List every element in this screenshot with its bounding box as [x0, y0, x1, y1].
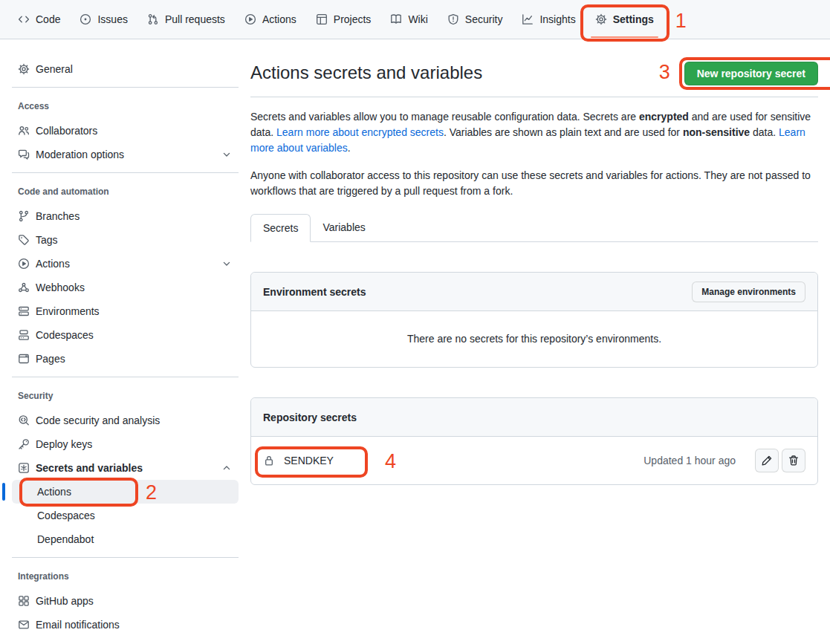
key-icon: [18, 438, 30, 450]
tab-insights[interactable]: Insights: [516, 7, 581, 31]
sidebar-item-code-security[interactable]: Code security and analysis: [12, 409, 239, 432]
sidebar-item-label: Deploy keys: [36, 438, 92, 450]
trash-icon: [788, 455, 800, 466]
divider: [12, 87, 239, 88]
comment-discussion-icon: [18, 149, 30, 160]
tab-security[interactable]: Security: [441, 7, 509, 31]
annotation-label-2: 2: [146, 481, 157, 504]
sidebar-subitem-codespaces[interactable]: Codespaces: [12, 504, 239, 527]
shield-icon: [447, 13, 459, 25]
tab-actions[interactable]: Actions: [239, 7, 302, 31]
repo-tab-nav: Code Issues Pull requests Actions Projec…: [0, 0, 830, 39]
tab-wiki[interactable]: Wiki: [384, 7, 433, 31]
sidebar-subitem-label: Actions: [37, 486, 71, 498]
intro-bold-encrypted: encrypted: [639, 111, 689, 123]
sidebar-item-label: Code security and analysis: [36, 414, 160, 426]
sidebar-item-tags[interactable]: Tags: [12, 228, 239, 252]
secrets-variables-tabs: Secrets Variables: [250, 214, 818, 242]
apps-icon: [18, 595, 30, 607]
book-icon: [390, 13, 402, 25]
tab-settings[interactable]: Settings 1: [589, 7, 660, 31]
environment-secrets-header: Environment secrets Manage environments: [251, 273, 817, 311]
divider: [12, 557, 239, 558]
sidebar-item-general[interactable]: General: [12, 57, 239, 81]
sidebar-section-code-and-automation: Code and automation: [12, 179, 239, 204]
people-icon: [18, 125, 30, 137]
git-pull-request-icon: [147, 13, 159, 25]
issue-opened-icon: [80, 13, 91, 25]
secret-updated-time: Updated 1 hour ago: [643, 455, 736, 466]
sidebar-item-codespaces[interactable]: Codespaces: [12, 323, 239, 347]
gear-icon: [595, 13, 607, 25]
sidebar-subitem-actions[interactable]: Actions 2: [12, 480, 239, 504]
intro-text: Secrets and variables allow you to manag…: [250, 111, 639, 123]
annotation-label-3: 3: [659, 60, 670, 84]
sidebar-item-webhooks[interactable]: Webhooks: [12, 276, 239, 299]
sidebar-section-security: Security: [12, 383, 239, 409]
sidebar-item-label: GitHub apps: [36, 595, 94, 607]
annotation-label-4: 4: [385, 449, 396, 473]
sidebar-subitem-dependabot[interactable]: Dependabot: [12, 527, 239, 551]
sidebar-item-deploy-keys[interactable]: Deploy keys: [12, 432, 239, 456]
tab-code[interactable]: Code: [12, 7, 66, 31]
secret-name-group: SENDKEY 4: [263, 455, 334, 466]
tab-projects[interactable]: Projects: [310, 7, 377, 31]
link-encrypted-secrets[interactable]: Learn more about encrypted secrets: [276, 126, 444, 138]
sidebar-item-label: Moderation options: [36, 149, 124, 160]
sidebar-item-label: Branches: [36, 210, 80, 222]
tab-secrets[interactable]: Secrets: [250, 214, 311, 242]
sidebar-section-integrations: Integrations: [12, 564, 239, 589]
tab-label: Settings: [613, 13, 654, 25]
environment-secrets-panel: Environment secrets Manage environments …: [250, 272, 818, 368]
sidebar-item-environments[interactable]: Environments: [12, 299, 239, 323]
codespaces-icon: [18, 329, 30, 341]
codescan-icon: [18, 414, 30, 426]
sidebar-item-github-apps[interactable]: GitHub apps: [12, 589, 239, 613]
intro-text: . Variables are shown as plain text and …: [444, 126, 683, 138]
intro-text: data.: [750, 126, 779, 138]
intro-paragraph-2: Anyone with collaborator access to this …: [250, 168, 818, 199]
tab-label: Insights: [539, 13, 575, 25]
sidebar-item-label: Collaborators: [36, 125, 97, 137]
edit-secret-button[interactable]: [755, 449, 779, 472]
active-item-marker: [2, 483, 5, 501]
sidebar-section-access: Access: [12, 94, 239, 119]
page-header: Actions secrets and variables New reposi…: [250, 62, 818, 97]
sidebar-item-actions[interactable]: Actions: [12, 252, 239, 276]
divider: [12, 377, 239, 377]
sidebar-subitem-label: Dependabot: [37, 533, 94, 545]
sidebar-item-label: Tags: [36, 234, 58, 246]
server-icon: [18, 305, 30, 317]
tab-label: Projects: [334, 13, 372, 25]
sidebar-item-label: Environments: [36, 305, 100, 317]
sidebar-item-moderation-options[interactable]: Moderation options: [12, 143, 239, 166]
intro-paragraph-1: Secrets and variables allow you to manag…: [250, 109, 818, 156]
sidebar-item-email-notifications[interactable]: Email notifications: [12, 613, 239, 637]
browser-icon: [18, 353, 30, 365]
tab-pull-requests[interactable]: Pull requests: [141, 7, 231, 31]
sidebar-item-label: Email notifications: [36, 619, 120, 631]
sidebar-item-collaborators[interactable]: Collaborators: [12, 119, 239, 143]
environment-secrets-empty-text: There are no secrets for this repository…: [251, 311, 817, 367]
table-icon: [316, 13, 328, 25]
tab-variables[interactable]: Variables: [311, 214, 377, 241]
code-icon: [18, 13, 30, 25]
delete-secret-button[interactable]: [782, 449, 805, 472]
sidebar-item-secrets-and-variables[interactable]: Secrets and variables: [12, 456, 239, 480]
sidebar-item-branches[interactable]: Branches: [12, 204, 239, 228]
settings-sidebar: General Access Collaborators Moderation …: [0, 39, 250, 637]
sidebar-item-label: General: [36, 63, 73, 75]
tab-label: Wiki: [408, 13, 427, 25]
chevron-up-icon: [221, 462, 233, 474]
play-icon: [244, 13, 256, 25]
main-content: Actions secrets and variables New reposi…: [250, 39, 830, 485]
tab-issues[interactable]: Issues: [74, 7, 133, 31]
mail-icon: [18, 619, 30, 631]
manage-environments-button[interactable]: Manage environments: [692, 282, 805, 302]
secret-row: SENDKEY 4 Updated 1 hour ago: [251, 437, 817, 484]
annotation-label-1: 1: [675, 9, 687, 33]
lock-icon: [263, 455, 275, 466]
sidebar-item-pages[interactable]: Pages: [12, 347, 239, 371]
key-asterisk-icon: [18, 462, 30, 474]
new-repository-secret-button[interactable]: New repository secret: [684, 62, 818, 85]
